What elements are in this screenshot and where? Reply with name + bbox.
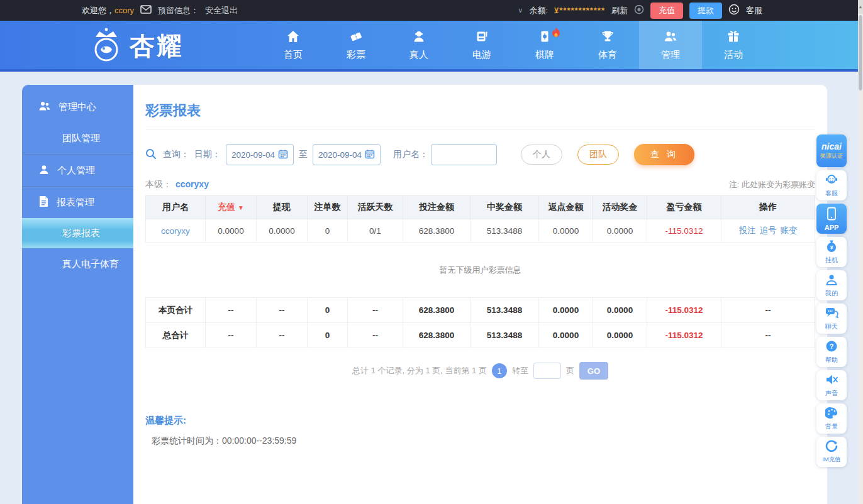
table-row: ccoryxy 0.0000 0.0000 0 0/1 628.3800 513… [146,219,815,243]
level-user-link[interactable]: ccoryxy [175,179,209,189]
float-item-help[interactable]: ? 帮助 [816,337,847,367]
calendar-icon[interactable] [365,149,375,161]
tips-title: 温馨提示: [145,415,815,427]
home-icon [286,29,301,46]
header-username: 用户名 [146,196,206,219]
go-button[interactable]: GO [579,362,608,380]
report-icon [38,195,49,209]
brand-logo[interactable]: 杏耀 [87,27,184,65]
float-item-profile[interactable]: 我的 [816,270,847,300]
page-scrollbar[interactable]: ▲ [858,0,863,504]
sidebar-label: 个人管理 [57,165,95,177]
chevron-down-icon[interactable]: ∨ [518,6,523,14]
float-toolbar: nicai 奖源认证 客服 APP ¥ 挂机 我的 聊天 ? 帮助 声音 背景 … [816,134,848,467]
action-chase-link[interactable]: 追号 [760,226,777,235]
nav-item-lottery[interactable]: 彩票 [325,21,387,69]
float-item-sound[interactable]: 声音 [816,370,847,400]
refresh-link[interactable]: 刷新 [611,5,628,16]
scrollbar-thumb[interactable] [859,15,862,90]
users-icon [38,101,51,114]
im-recharge-icon [825,440,838,454]
calendar-icon[interactable] [278,149,288,161]
service-label[interactable]: 客服 [746,5,762,16]
page-total-label: 本页合计 [146,298,206,323]
date-label: 日期： [194,149,221,160]
nicai-logo: nicai [821,142,842,151]
nav-label: 体育 [598,49,617,61]
float-item-service[interactable]: 客服 [816,170,847,200]
float-label: 奖源认证 [820,152,843,160]
nav-item-egames[interactable]: 电游 [450,21,513,69]
sidebar-label: 团队管理 [62,133,100,145]
row-active-days: 0/1 [348,219,403,243]
team-button[interactable]: 团队 [577,145,619,165]
float-item-app[interactable]: APP [816,204,847,234]
recharge-button[interactable]: 充值 [650,3,683,19]
row-username-link[interactable]: ccoryxy [161,226,190,236]
goto-label: 转至 [512,365,528,376]
sidebar-item-report-manage[interactable]: 报表管理 [22,187,133,218]
nav-label: 首页 [284,49,303,61]
nav-item-boardgames[interactable]: 棋牌 [513,21,576,69]
nav-item-manage[interactable]: 管理 [639,21,702,69]
manage-users-icon [663,29,678,46]
nav-item-sports[interactable]: 体育 [576,21,639,69]
sidebar-item-live-esports[interactable]: 真人电子体育 [22,248,133,280]
header-activity-bonus: 活动奖金 [593,196,647,219]
goto-page-input[interactable] [533,363,561,379]
search-button[interactable]: 查 询 [634,144,694,165]
nav-item-home[interactable]: 首页 [262,21,325,69]
float-item-chat[interactable]: 聊天 [816,304,847,334]
welcome-prefix: 欢迎您， [82,6,114,15]
table-header-row: 用户名 充值 ▼ 提现 注单数 活跃天数 投注金额 中奖金额 返点金额 活动奖金… [146,196,815,219]
float-label: 帮助 [825,356,838,364]
action-bet-link[interactable]: 投注 [739,226,756,235]
date-to-input[interactable] [318,150,365,160]
smiley-service-icon[interactable] [728,4,740,17]
scroll-up-arrow[interactable]: ▲ [858,0,863,14]
nav-item-live[interactable]: 真人 [387,21,450,69]
withdraw-button[interactable]: 提款 [689,3,722,19]
sidebar-item-admin-center[interactable]: 管理中心 [22,91,133,123]
nav-menu: 首页 彩票 真人 电游 棋牌 体育 管理 活动 [262,21,765,69]
action-account-change-link[interactable]: 账变 [781,226,798,235]
float-label: APP [825,224,839,231]
sort-desc-icon: ▼ [238,204,244,211]
account-note: 注: 此处账变为彩票账变 [729,179,815,190]
row-recharge: 0.0000 [206,219,257,243]
header-recharge-sort[interactable]: 充值 ▼ [206,196,257,219]
nav-item-activity[interactable]: 活动 [702,21,765,69]
sidebar-item-lottery-report[interactable]: 彩票报表 [22,218,133,248]
money-bag-icon: ¥ [825,239,838,255]
personal-button[interactable]: 个人 [521,145,562,165]
header-actions: 操作 [721,196,815,219]
date-from-field[interactable] [226,144,294,165]
sidebar-item-team-manage[interactable]: 团队管理 [22,123,133,154]
sidebar-label: 彩票报表 [62,227,100,239]
username-input[interactable] [431,144,497,165]
date-to-field[interactable] [313,144,381,165]
username-text[interactable]: ccory [114,6,134,15]
brand-name: 杏耀 [130,29,184,63]
float-label: IM充值 [822,456,841,464]
nav-label: 彩票 [347,49,365,61]
float-label: 我的 [825,289,838,298]
topbar: 欢迎您，ccory 预留信息： 安全退出 ∨ 余额: ¥************… [0,0,863,21]
page-total-recharge: -- [206,298,257,323]
float-item-im-recharge[interactable]: IM充值 [816,437,847,467]
float-item-award-cert[interactable]: nicai 奖源认证 [816,134,847,167]
trophy-icon [600,29,615,46]
sidebar-item-personal-manage[interactable]: 个人管理 [22,155,133,186]
mahjong-tile-icon [537,29,552,46]
row-bet-count: 0 [308,219,348,243]
eye-icon[interactable] [634,4,644,16]
pagination-summary: 总计 1 个记录, 分为 1 页, 当前第 1 页 [352,365,487,376]
logout-link[interactable]: 安全退出 [205,5,238,16]
page-1-button[interactable]: 1 [492,363,507,378]
float-item-theme[interactable]: 背景 [816,403,847,434]
date-from-input[interactable] [231,150,278,160]
envelope-icon[interactable] [140,5,152,16]
flame-icon [551,27,561,40]
float-item-auto-bet[interactable]: ¥ 挂机 [816,237,847,267]
row-profit: -115.0312 [647,219,721,243]
